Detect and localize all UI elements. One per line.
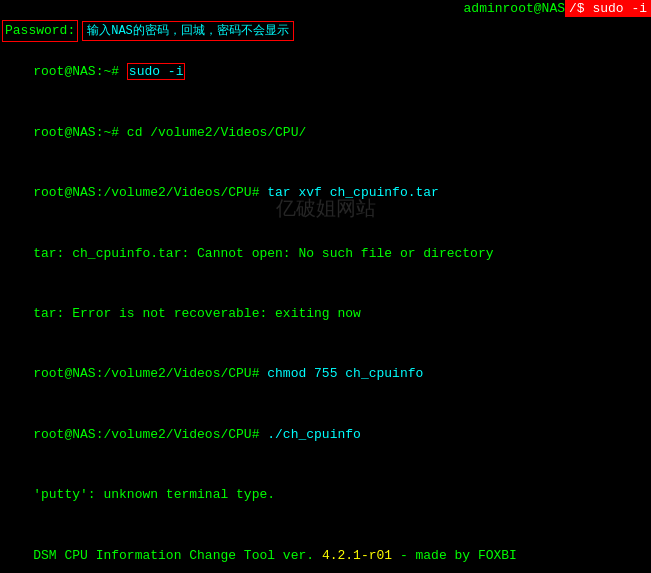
dsm-tool-ver: 4.2.1-r01 [322,548,392,563]
line-tar: root@NAS:/volume2/Videos/CPU# tar xvf ch… [2,163,649,223]
pw-hint: 输入NAS的密码，回城，密码不会显示 [82,21,294,42]
run-cmd: ./ch_cpuinfo [267,427,361,442]
line-cd: root@NAS:~# cd /volume2/Videos/CPU/ [2,103,649,163]
prompt-run: root@NAS:/volume2/Videos/CPU# [33,427,267,442]
tar-err2: tar: Error is not recoverable: exiting n… [33,306,361,321]
top-annotation: adminroot@NAS /$ sudo -i [464,0,651,17]
line-run: root@NAS:/volume2/Videos/CPU# ./ch_cpuin… [2,405,649,465]
line-dsm-tool: DSM CPU Information Change Tool ver. 4.2… [2,526,649,573]
line-sudo: root@NAS:~# sudo -i [2,42,649,102]
prompt-cd: root@NAS:~# cd /volume2/Videos/CPU/ [33,125,306,140]
pw-label: Password: [2,20,78,42]
prompt-tar: root@NAS:/volume2/Videos/CPU# [33,185,267,200]
top-user-host: adminroot@NAS [464,1,565,16]
prompt-sudo: root@NAS:~# [33,64,127,79]
line-pw: Password: 输入NAS的密码，回城，密码不会显示 [2,20,649,42]
dsm-tool-text: DSM CPU Information Change Tool ver. [33,548,322,563]
line-tar-err1: tar: ch_cpuinfo.tar: Cannot open: No suc… [2,223,649,283]
putty-text: 'putty': unknown terminal type. [33,487,275,502]
prompt-chmod: root@NAS:/volume2/Videos/CPU# [33,366,267,381]
line-putty: 'putty': unknown terminal type. [2,465,649,525]
tar-err1: tar: ch_cpuinfo.tar: Cannot open: No suc… [33,246,493,261]
line-chmod: root@NAS:/volume2/Videos/CPU# chmod 755 … [2,344,649,404]
terminal: adminroot@NAS /$ sudo -i Password: 输入NAS… [0,0,651,573]
top-cmd-box: /$ sudo -i [565,0,651,17]
tar-cmd: tar xvf ch_cpuinfo.tar [267,185,439,200]
sudo-cmd: sudo -i [127,63,186,80]
dsm-tool-author: - made by FOXBI [392,548,517,563]
line-tar-err2: tar: Error is not recoverable: exiting n… [2,284,649,344]
chmod-cmd: chmod 755 ch_cpuinfo [267,366,423,381]
